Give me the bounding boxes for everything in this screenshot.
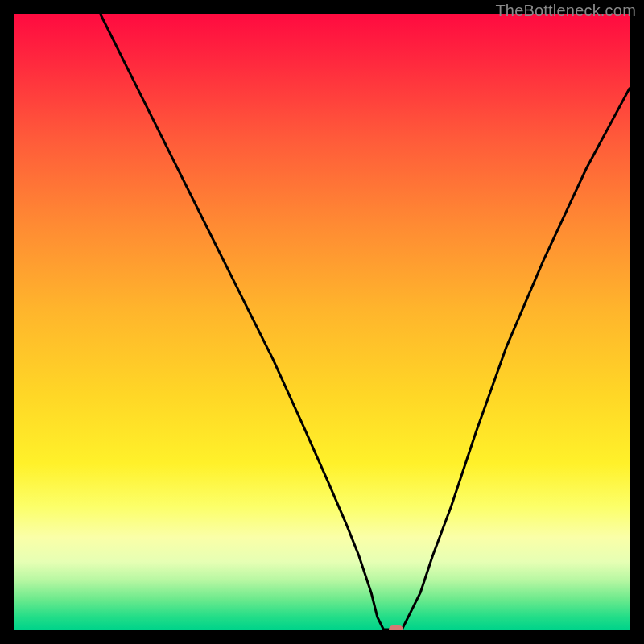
optimal-point-marker: [389, 625, 403, 630]
curve-layer: [14, 14, 630, 630]
bottleneck-curve: [101, 14, 630, 630]
plot-area: [14, 14, 630, 630]
chart-stage: TheBottleneck.com: [0, 0, 644, 644]
